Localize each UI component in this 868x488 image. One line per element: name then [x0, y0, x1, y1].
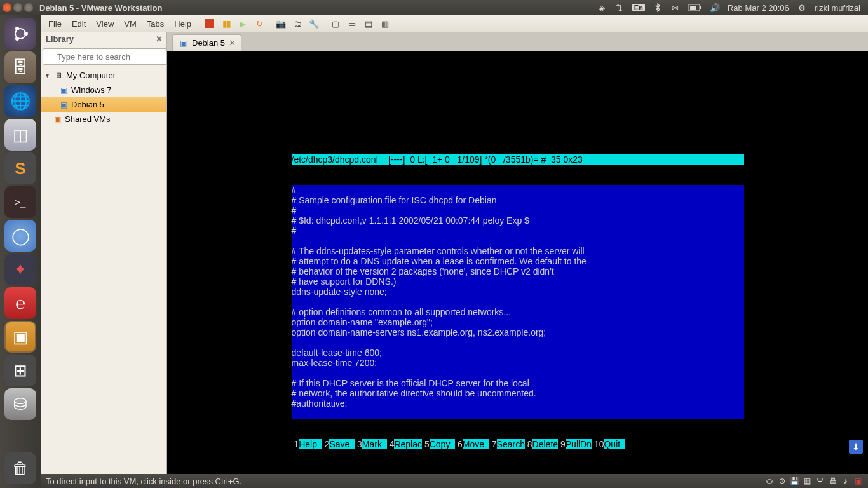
menu-help[interactable]: Help	[169, 17, 196, 30]
vm-icon: ▣	[58, 86, 69, 95]
device-sound-icon[interactable]: ♪	[841, 477, 850, 486]
tree-label: Shared VMs	[65, 114, 111, 124]
status-text: To direct input to this VM, click inside…	[46, 477, 241, 486]
tree-shared-vms[interactable]: ▣ Shared VMs	[41, 112, 166, 126]
editor-fkeys: 1Help 2Save 3Mark 4Replac 5Copy 6Move 7S…	[292, 439, 744, 449]
launcher-firefox[interactable]: 🌐	[4, 85, 36, 117]
dropbox-icon[interactable]: ◈	[597, 3, 607, 13]
tab-debian5[interactable]: ▣ Debian 5 ✕	[172, 34, 241, 51]
launcher-sublime[interactable]: S	[4, 152, 36, 184]
library-tree: ▼ 🖥 My Computer ▣ Windows 7 ▣ Debian 5 ▣…	[41, 67, 166, 488]
gear-icon[interactable]: ⚙	[797, 3, 807, 13]
library-close-icon[interactable]: ✕	[156, 34, 163, 44]
chevron-down-icon: ▼	[44, 72, 51, 79]
device-printer-icon[interactable]: 🖶	[828, 477, 837, 486]
launcher-files[interactable]: 🗄	[4, 51, 36, 83]
tb-play[interactable]: ▶	[235, 17, 250, 30]
tb-console[interactable]: ▤	[361, 17, 376, 30]
menu-file[interactable]: File	[43, 17, 67, 30]
search-input[interactable]	[43, 48, 167, 65]
tree-item-debian5[interactable]: ▣ Debian 5	[41, 97, 166, 112]
terminal-editor: /etc/dhcp3/dhcpd.conf [----] 0 L:[ 1+ 0 …	[292, 134, 744, 470]
editor-status-line: /etc/dhcp3/dhcpd.conf [----] 0 L:[ 1+ 0 …	[292, 154, 744, 165]
svg-point-6	[15, 37, 19, 41]
launcher-workspace[interactable]: ⊞	[4, 355, 36, 386]
clock[interactable]: Rab Mar 2 20:06	[728, 3, 789, 13]
launcher-virtualbox[interactable]: ◫	[4, 119, 36, 151]
menu-bar: File Edit View VM Tabs Help ▮▮ ▶ ↻ 📷 🗂 🔧…	[41, 15, 868, 32]
launcher-disk[interactable]: ⛁	[4, 388, 36, 420]
tree-label: Windows 7	[71, 85, 112, 95]
launcher-vmware[interactable]: ▣	[4, 321, 36, 353]
library-sidebar: Library ✕ 🔍 ▼ ▼ 🖥 My Computer ▣ Window	[41, 32, 167, 488]
device-cd-icon[interactable]: ⊙	[777, 477, 787, 486]
library-header: Library ✕	[41, 32, 166, 46]
tb-snapshot-mgr[interactable]: 🗂	[290, 17, 305, 30]
tree-my-computer[interactable]: ▼ 🖥 My Computer	[41, 68, 166, 83]
unity-top-bar: Debian 5 - VMware Workstation ◈ ⇅ En ✉ 🔊…	[0, 0, 868, 15]
launcher-dash[interactable]	[4, 18, 36, 50]
svg-point-5	[15, 27, 19, 30]
window-close-button[interactable]	[3, 3, 11, 12]
tree-item-windows7[interactable]: ▣ Windows 7	[41, 83, 166, 97]
launcher-app1[interactable]: ✦	[4, 254, 36, 285]
workspace: Library ✕ 🔍 ▼ ▼ 🖥 My Computer ▣ Window	[41, 32, 868, 488]
tb-unity[interactable]: ▭	[344, 17, 360, 30]
menu-edit[interactable]: Edit	[67, 17, 91, 30]
tab-label: Debian 5	[192, 38, 225, 48]
shared-icon: ▣	[52, 115, 62, 124]
device-floppy-icon[interactable]: 💾	[790, 477, 799, 486]
vm-console[interactable]: /etc/dhcp3/dhcpd.conf [----] 0 L:[ 1+ 0 …	[167, 51, 868, 488]
tb-power-off[interactable]	[202, 17, 217, 30]
tab-close-icon[interactable]: ✕	[229, 38, 236, 48]
device-hdd-icon[interactable]: ⛀	[764, 477, 774, 486]
network-icon[interactable]: ⇅	[614, 3, 625, 13]
window-maximize-button[interactable]	[24, 3, 33, 12]
user-menu[interactable]: rizki mufrizal	[815, 3, 860, 13]
library-title: Library	[46, 34, 74, 44]
tb-suspend[interactable]: ▮▮	[219, 17, 234, 30]
language-indicator[interactable]: En	[632, 4, 645, 11]
tree-label: Debian 5	[71, 100, 104, 109]
editor-body: # # Sample configuration file for ISC dh…	[292, 185, 744, 419]
window-minimize-button[interactable]	[13, 3, 22, 12]
launcher-terminal[interactable]: >_	[4, 186, 36, 218]
tab-bar: ▣ Debian 5 ✕	[167, 32, 868, 51]
menu-view[interactable]: View	[91, 17, 119, 30]
tb-window[interactable]: ▥	[377, 17, 393, 30]
library-search: 🔍 ▼	[43, 48, 165, 65]
svg-point-4	[24, 32, 28, 36]
device-net-icon[interactable]: ▦	[803, 477, 812, 486]
tb-restart[interactable]: ↻	[252, 17, 267, 30]
device-usb-icon[interactable]: Ψ	[815, 477, 825, 486]
bluetooth-icon[interactable]	[653, 3, 663, 13]
status-bar: To direct input to this VM, click inside…	[41, 474, 868, 488]
window-controls	[3, 3, 33, 12]
launcher-chromium[interactable]: ◯	[4, 220, 36, 252]
unity-launcher: 🗄 🌐 ◫ S >_ ◯ ✦ ℮ ▣ ⊞ ⛁ 🗑	[0, 15, 41, 488]
system-tray: ◈ ⇅ En ✉ 🔊 Rab Mar 2 20:06 ⚙ rizki mufri…	[597, 3, 860, 13]
tb-snapshot[interactable]: 📷	[273, 17, 288, 30]
battery-icon[interactable]	[688, 3, 702, 13]
svg-rect-2	[690, 6, 696, 10]
tb-revert[interactable]: 🔧	[306, 17, 322, 30]
mail-icon[interactable]: ✉	[670, 3, 681, 13]
vm-icon: ▣	[178, 39, 188, 48]
status-devices: ⛀ ⊙ 💾 ▦ Ψ 🖶 ♪ ▣	[764, 477, 863, 486]
volume-icon[interactable]: 🔊	[710, 3, 720, 13]
vmware-app: File Edit View VM Tabs Help ▮▮ ▶ ↻ 📷 🗂 🔧…	[41, 15, 868, 488]
device-msg-icon[interactable]: ▣	[853, 477, 863, 486]
tb-fullscreen[interactable]: ▢	[328, 17, 343, 30]
computer-icon: 🖥	[53, 71, 64, 80]
svg-rect-1	[700, 6, 701, 9]
vm-area: ▣ Debian 5 ✕ /etc/dhcp3/dhcpd.conf [----…	[167, 32, 868, 488]
vm-indicator-icon[interactable]: ⬇	[849, 440, 863, 454]
vm-icon: ▣	[58, 100, 69, 109]
menu-vm[interactable]: VM	[119, 17, 142, 30]
tree-label: My Computer	[66, 71, 116, 80]
launcher-trash[interactable]: 🗑	[4, 452, 36, 484]
window-title: Debian 5 - VMware Workstation	[39, 3, 597, 13]
launcher-app2[interactable]: ℮	[4, 287, 36, 319]
menu-tabs[interactable]: Tabs	[142, 17, 169, 30]
